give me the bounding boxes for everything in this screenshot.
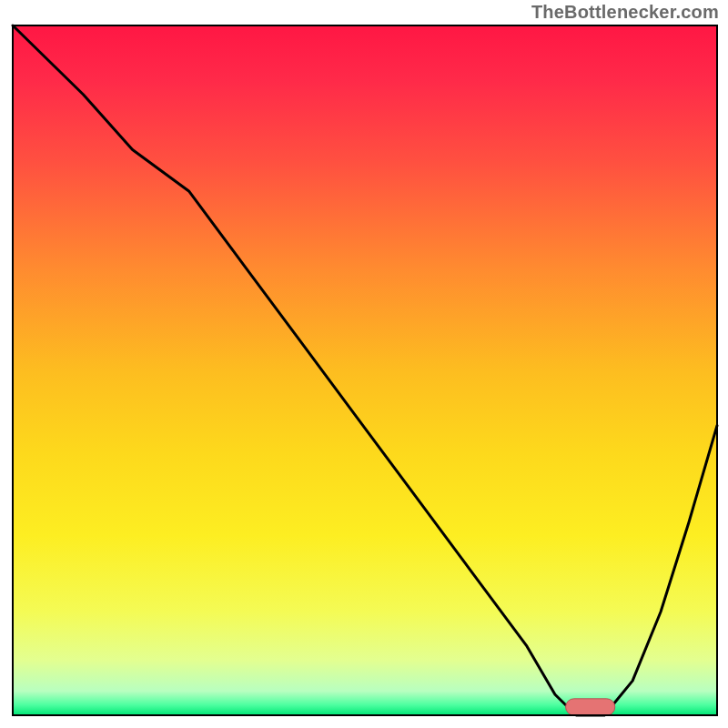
bottleneck-chart: [0, 0, 728, 728]
attribution-label: TheBottlenecker.com: [531, 2, 719, 23]
chart-container: TheBottlenecker.com: [0, 0, 728, 728]
optimum-marker: [566, 699, 615, 715]
gradient-background: [13, 25, 717, 715]
